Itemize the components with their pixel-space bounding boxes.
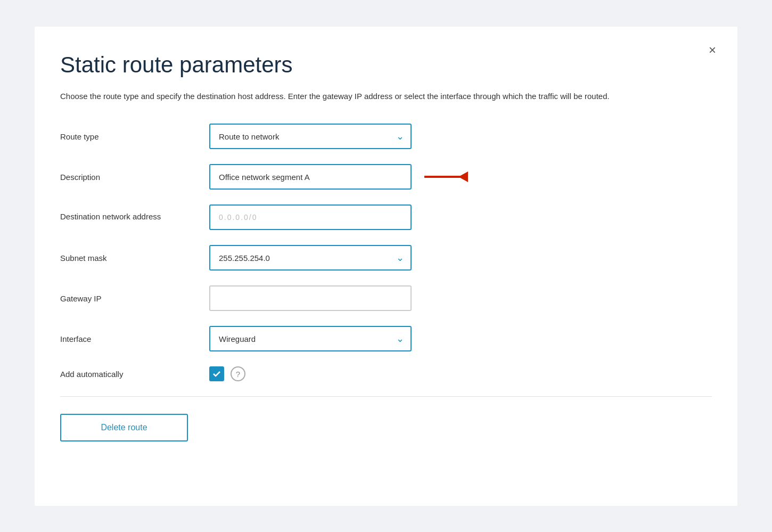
gateway-ip-label: Gateway IP: [60, 293, 209, 304]
divider: [60, 396, 712, 397]
add-automatically-control-wrapper: ?: [209, 366, 245, 381]
gateway-ip-input[interactable]: [209, 285, 412, 311]
route-type-label: Route type: [60, 131, 209, 142]
add-automatically-label: Add automatically: [60, 369, 209, 380]
route-type-select[interactable]: Route to network Route to host: [209, 124, 412, 149]
route-type-select-wrapper: Route to network Route to host ⌄: [209, 124, 412, 149]
description-control-wrapper: [209, 164, 467, 190]
description-input[interactable]: [209, 164, 412, 190]
check-icon: [212, 370, 221, 378]
destination-network-control-wrapper: [209, 204, 412, 230]
add-automatically-checkbox[interactable]: [209, 366, 224, 381]
page-title: Static route parameters: [60, 52, 712, 78]
destination-network-input[interactable]: [209, 204, 412, 230]
subnet-mask-label: Subnet mask: [60, 252, 209, 264]
gateway-ip-control-wrapper: [209, 285, 412, 311]
static-route-dialog: × Static route parameters Choose the rou…: [35, 27, 737, 506]
close-button[interactable]: ×: [709, 44, 716, 56]
interface-select-wrapper: Wireguard LAN WAN ⌄: [209, 326, 412, 351]
route-type-row: Route type Route to network Route to hos…: [60, 124, 712, 149]
subnet-mask-row: Subnet mask 255.255.255.0 255.255.254.0 …: [60, 245, 712, 271]
dialog-description: Choose the route type and specify the de…: [60, 91, 646, 103]
add-automatically-row: Add automatically ?: [60, 366, 712, 381]
description-label: Description: [60, 171, 209, 183]
gateway-ip-row: Gateway IP: [60, 285, 712, 311]
delete-route-button[interactable]: Delete route: [60, 414, 188, 441]
subnet-mask-select[interactable]: 255.255.255.0 255.255.254.0 255.255.252.…: [209, 245, 412, 271]
destination-network-row: Destination network address: [60, 204, 712, 230]
form-section: Route type Route to network Route to hos…: [60, 124, 712, 381]
interface-label: Interface: [60, 333, 209, 345]
subnet-mask-select-wrapper: 255.255.255.0 255.255.254.0 255.255.252.…: [209, 245, 412, 271]
help-icon[interactable]: ?: [231, 366, 245, 381]
description-row: Description: [60, 164, 712, 190]
interface-select[interactable]: Wireguard LAN WAN: [209, 326, 412, 351]
interface-row: Interface Wireguard LAN WAN ⌄: [60, 326, 712, 351]
destination-network-label: Destination network address: [60, 204, 209, 222]
